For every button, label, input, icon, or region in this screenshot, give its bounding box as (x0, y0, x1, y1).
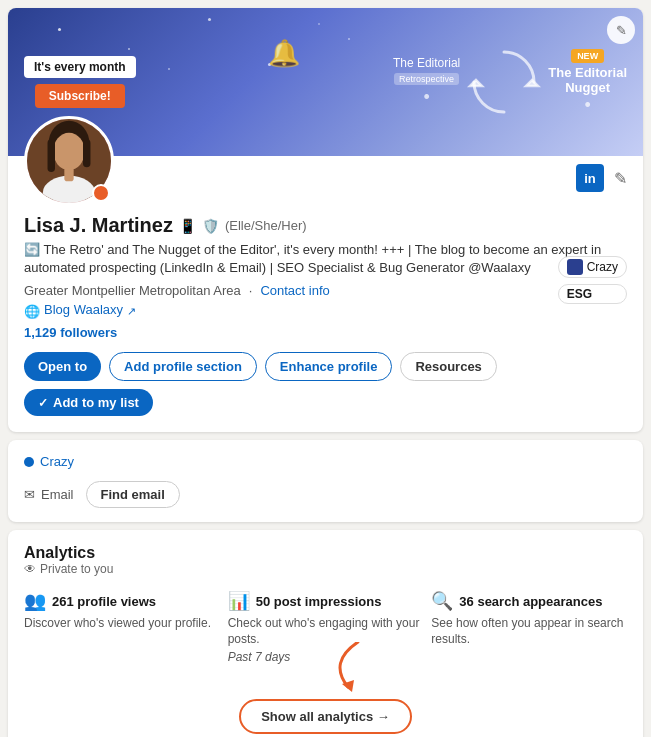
add-profile-section-button[interactable]: Add profile section (109, 352, 257, 381)
email-company-row: Crazy (24, 454, 627, 469)
post-impressions-item: 📊 50 post impressions Check out who's en… (228, 590, 424, 665)
profile-views-count: 261 profile views (52, 594, 156, 609)
verified-icon: 🛡️ (202, 218, 219, 234)
profile-body: in ✎ Crazy ESG Lisa J. Martinez 📱 🛡️ (El… (8, 156, 643, 432)
find-email-button[interactable]: Find email (86, 481, 180, 508)
svg-marker-0 (526, 80, 538, 86)
action-buttons: Open to Add profile section Enhance prof… (24, 352, 627, 381)
editorial-label: The Editorial (393, 56, 460, 72)
company-logo-icon (567, 259, 583, 275)
globe-icon: 🌐 (24, 304, 40, 319)
search-appearances-icon: 🔍 (431, 590, 453, 612)
svg-rect-5 (48, 139, 55, 172)
contact-info-link[interactable]: Contact info (260, 283, 329, 298)
new-badge: NEW (571, 49, 604, 63)
email-company-name: Crazy (40, 454, 74, 469)
analytics-title: Analytics (24, 544, 627, 562)
email-section: Crazy ✉ Email Find email (8, 440, 643, 522)
email-row: ✉ Email Find email (24, 481, 627, 508)
profile-views-icon: 👥 (24, 590, 46, 612)
search-appearances-desc: See how often you appear in search resul… (431, 616, 627, 647)
company-badge-crazy: Crazy (558, 256, 627, 278)
location-text: Greater Montpellier Metropolitan Area (24, 283, 241, 298)
profile-location: Greater Montpellier Metropolitan Area · … (24, 283, 627, 298)
profile-right-icons: in ✎ (576, 164, 627, 192)
nugget-label: Nugget (565, 80, 610, 95)
post-impressions-count: 50 post impressions (256, 594, 382, 609)
separator: · (249, 283, 253, 298)
svg-point-4 (53, 133, 85, 170)
edit-banner-button[interactable]: ✎ (607, 16, 635, 44)
company-name: Crazy (587, 260, 618, 274)
subscribe-button[interactable]: Subscribe! (35, 84, 125, 108)
profile-card: It's every month Subscribe! 🔔 The Editor… (8, 8, 643, 432)
analytics-subtitle-text: Private to you (40, 562, 113, 576)
show-all-row: Show all analytics → (24, 699, 627, 734)
post-impressions-header: 📊 50 post impressions (228, 590, 424, 612)
bullet-icon: • (423, 87, 429, 108)
profile-views-desc: Discover who's viewed your profile. (24, 616, 220, 632)
bell-icon: 🔔 (268, 38, 300, 69)
mobile-icon: 📱 (179, 218, 196, 234)
analytics-subtitle: 👁 Private to you (24, 562, 627, 576)
search-appearances-header: 🔍 36 search appearances (431, 590, 627, 612)
editorial-nugget-section: NEW The Editorial Nugget • (548, 49, 627, 116)
enhance-profile-button[interactable]: Enhance profile (265, 352, 393, 381)
post-impressions-desc: Check out who's engaging with your posts… (228, 616, 424, 647)
edit-profile-button[interactable]: ✎ (614, 169, 627, 188)
avatar-orange-indicator (92, 184, 110, 202)
open-to-button[interactable]: Open to (24, 352, 101, 381)
spacer (24, 679, 627, 699)
add-to-list-button[interactable]: ✓ Add to my list (24, 389, 153, 416)
svg-rect-6 (83, 139, 90, 167)
profile-views-item: 👥 261 profile views Discover who's viewe… (24, 590, 220, 665)
resources-button[interactable]: Resources (400, 352, 496, 381)
svg-rect-8 (64, 167, 73, 181)
email-icon-wrap: ✉ Email (24, 487, 74, 502)
search-appearances-item: 🔍 36 search appearances See how often yo… (431, 590, 627, 665)
add-to-list-label: Add to my list (53, 395, 139, 410)
editorial-retro-section: The Editorial Retrospective • (393, 56, 460, 109)
show-all-analytics-button[interactable]: Show all analytics → (239, 699, 412, 734)
svg-marker-1 (470, 80, 482, 86)
it-every-month-text: It's every month (24, 56, 136, 78)
esg-badge: ESG (558, 284, 627, 304)
profile-name-row: Lisa J. Martinez 📱 🛡️ (Elle/She/Her) (24, 214, 627, 237)
profile-pronouns: (Elle/She/Her) (225, 218, 307, 233)
external-link-icon: ↗ (127, 305, 136, 318)
checkmark-icon: ✓ (38, 396, 48, 410)
envelope-icon: ✉ (24, 487, 35, 502)
company-badges: Crazy ESG (558, 256, 627, 304)
search-appearances-count: 36 search appearances (459, 594, 602, 609)
analytics-section: Analytics 👁 Private to you 👥 261 profile… (8, 530, 643, 737)
circular-arrows-icon (464, 42, 544, 122)
profile-views-header: 👥 261 profile views (24, 590, 220, 612)
bullet-icon-2: • (584, 95, 590, 116)
avatar-wrap (24, 116, 114, 206)
website-link[interactable]: Blog Waalaxy (44, 302, 123, 317)
linkedin-badge: in (576, 164, 604, 192)
analytics-header: Analytics 👁 Private to you (24, 544, 627, 576)
banner-left: It's every month Subscribe! (24, 56, 136, 108)
profile-website: 🌐 Blog Waalaxy ↗ (24, 302, 627, 321)
banner-right: The Editorial Retrospective • NEW The E (393, 42, 627, 122)
editorial-nugget-text: The Editorial (548, 65, 627, 80)
company-dot-icon (24, 457, 34, 467)
post-impressions-note: Past 7 days (228, 650, 424, 666)
eye-icon: 👁 (24, 562, 36, 576)
email-label: Email (41, 487, 74, 502)
retrospective-tag: Retrospective (394, 73, 459, 85)
profile-bio: 🔄 The Retro' and The Nugget of the Edito… (24, 241, 627, 277)
analytics-grid: 👥 261 profile views Discover who's viewe… (24, 590, 627, 665)
followers-count[interactable]: 1,129 followers (24, 325, 627, 340)
profile-name: Lisa J. Martinez (24, 214, 173, 237)
post-impressions-icon: 📊 (228, 590, 250, 612)
